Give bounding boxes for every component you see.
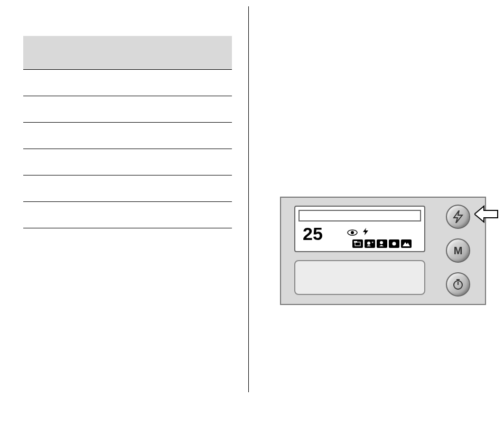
lcd-top-bar bbox=[298, 210, 421, 221]
flash-button[interactable] bbox=[446, 205, 470, 229]
svg-marker-14 bbox=[474, 206, 498, 222]
table-row bbox=[23, 70, 232, 96]
table-row bbox=[23, 123, 232, 149]
svg-point-8 bbox=[393, 242, 396, 246]
timer-icon bbox=[452, 279, 464, 290]
mode-icon-3 bbox=[377, 239, 387, 248]
mode-icon-5 bbox=[401, 239, 412, 248]
table-row bbox=[23, 149, 232, 175]
frame-counter: 25 bbox=[298, 224, 327, 244]
secondary-panel bbox=[294, 260, 425, 295]
table-placeholder bbox=[23, 36, 232, 228]
mode-button[interactable]: M bbox=[446, 238, 470, 263]
svg-point-7 bbox=[380, 241, 383, 244]
button-column: M bbox=[444, 205, 472, 297]
svg-rect-3 bbox=[355, 242, 360, 246]
mode-icon-1 bbox=[352, 239, 363, 248]
svg-point-1 bbox=[351, 231, 354, 234]
svg-point-5 bbox=[367, 242, 370, 245]
table-row bbox=[23, 175, 232, 202]
lcd-display: 25 ★ bbox=[294, 206, 425, 252]
mode-icon-4 bbox=[389, 239, 399, 248]
mode-button-label: M bbox=[454, 245, 463, 257]
svg-text:★: ★ bbox=[371, 241, 374, 244]
flash-icon bbox=[453, 210, 463, 223]
svg-marker-9 bbox=[403, 242, 410, 246]
mode-icons-row: ★ bbox=[352, 239, 412, 248]
svg-rect-4 bbox=[354, 241, 357, 243]
column-divider bbox=[248, 6, 249, 392]
pointer-arrow-icon bbox=[474, 205, 498, 223]
timer-button[interactable] bbox=[446, 272, 470, 297]
camera-panel: 25 ★ bbox=[280, 197, 486, 305]
svg-marker-10 bbox=[454, 210, 462, 223]
lcd-status-icons bbox=[347, 228, 368, 237]
mode-icon-2: ★ bbox=[365, 239, 375, 248]
table-row bbox=[23, 202, 232, 228]
table-header bbox=[23, 36, 232, 70]
red-eye-icon bbox=[347, 229, 358, 236]
flash-bolt-icon bbox=[363, 228, 368, 237]
svg-marker-2 bbox=[363, 228, 368, 235]
table-row bbox=[23, 96, 232, 123]
